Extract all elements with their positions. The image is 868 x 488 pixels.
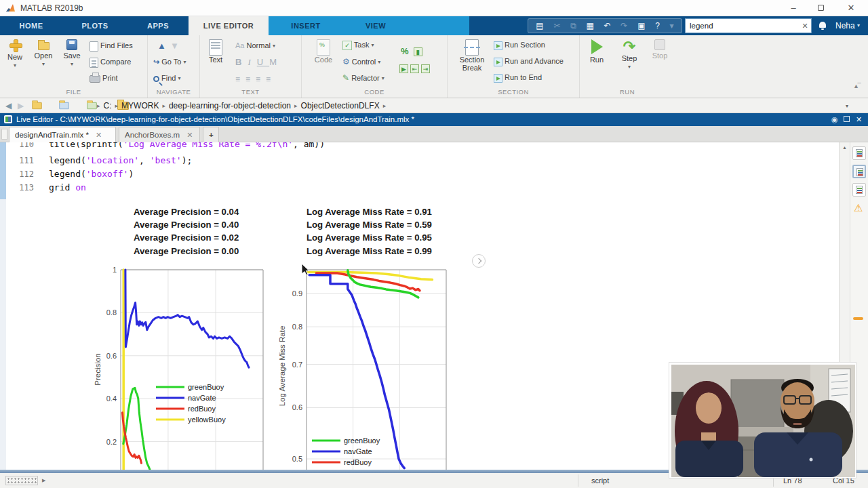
qat-paste-icon[interactable]: ▦ — [587, 19, 594, 33]
search-clear-icon[interactable]: ✕ — [799, 22, 811, 30]
grip-arrow-icon[interactable]: ▶ — [42, 478, 45, 483]
view-output-right-button[interactable] — [852, 165, 866, 178]
ribbon-tab-home[interactable]: HOME — [0, 16, 62, 35]
tab-close-icon[interactable]: ✕ — [96, 131, 102, 139]
statusbar-grip[interactable] — [5, 476, 38, 485]
doc-tab-label: designAndTrain.mlx * — [15, 131, 89, 139]
doc-tab-designandtrain[interactable]: designAndTrain.mlx *✕ — [9, 127, 116, 142]
up-arrow-icon[interactable]: ▲ — [157, 41, 166, 51]
compare-button[interactable]: Compare — [90, 58, 131, 68]
code-label: Code — [315, 56, 332, 64]
run-to-end-button[interactable]: Run to End — [494, 73, 542, 83]
indent-left-icon[interactable]: ⇤ — [410, 64, 419, 73]
section-strip-lower — [0, 199, 6, 470]
notifications-bell-icon[interactable] — [819, 22, 826, 28]
warning-indicator-icon[interactable]: ⚠ — [854, 202, 863, 214]
step-button[interactable]: ↷ Step▾ — [615, 39, 644, 70]
code-line-112[interactable]: 112legend('boxoff') — [0, 167, 610, 181]
wrap-comment-icon[interactable]: ▮ — [414, 47, 422, 56]
close-panel-icon[interactable]: ✕ — [856, 115, 862, 124]
code-line-111[interactable]: 111legend('Location', 'best'); — [0, 154, 610, 167]
style-dropdown[interactable]: Normal — [247, 41, 271, 49]
code-button[interactable]: Code — [310, 39, 337, 64]
line-number: 110 — [0, 142, 49, 151]
addressbar-dropdown-icon[interactable]: ▾ — [846, 103, 848, 109]
print-button[interactable]: Print — [90, 74, 118, 83]
code-block[interactable]: 110title(sprintf('Log Average Miss Rate … — [0, 142, 610, 199]
ribbon-tab-insert[interactable]: INSERT — [269, 16, 343, 35]
close-button[interactable]: ✕ — [841, 1, 861, 15]
window-title: MATLAB R2019b — [20, 3, 83, 13]
maximize-button[interactable] — [810, 1, 831, 15]
ribbon-section-navigate: ▲ ▼ ↪ Go To ▾ Find ▾ NAVIGATE — [148, 35, 200, 98]
text-button[interactable]: Text — [203, 39, 229, 64]
back-icon[interactable]: ◀ — [5, 101, 12, 110]
figure-options-icon[interactable] — [472, 254, 486, 268]
tab-close-icon[interactable]: ✕ — [186, 131, 193, 139]
comment-percent-icon[interactable]: % — [401, 46, 409, 56]
run-section-button[interactable]: Run Section — [494, 41, 545, 50]
italic-button[interactable]: I — [248, 57, 256, 67]
indent-right-icon[interactable]: ⇥ — [421, 64, 430, 73]
breadcrumb: ▸C:▸MYWORK▸deep-learning-for-object-dete… — [94, 101, 389, 110]
y-tick-label: 1 — [113, 266, 117, 274]
browse-folder-icon[interactable] — [60, 102, 69, 109]
new-button[interactable]: New▾ — [1, 39, 28, 69]
qat-switch-window-icon[interactable]: ▣ — [637, 19, 645, 33]
doc-tab-anchorboxes[interactable]: AnchorBoxes.m✕ — [119, 127, 200, 142]
view-inline-button[interactable] — [852, 146, 866, 160]
find-button[interactable]: Find ▾ — [153, 74, 181, 82]
print-icon — [90, 75, 100, 83]
find-files-label: Find Files — [100, 41, 133, 49]
qat-help-icon[interactable]: ? — [655, 19, 660, 33]
output-precision: Average Precision = 0.04Average Precisio… — [134, 205, 239, 258]
code-line-110[interactable]: 110title(sprintf('Log Average Miss Rate … — [0, 142, 610, 151]
goto-button[interactable]: ↪ Go To ▾ — [153, 58, 186, 66]
search-input[interactable] — [686, 22, 799, 30]
minimize-button[interactable]: – — [783, 1, 804, 15]
save-button[interactable]: Save▾ — [58, 39, 85, 68]
qat-save-icon[interactable]: ▤ — [536, 19, 543, 33]
warning-scroll-marker[interactable] — [853, 317, 863, 320]
miss-rate-chart: 0.90.80.70.60.5Log Average Miss Rategree… — [275, 264, 471, 470]
bold-button[interactable]: B — [235, 57, 248, 67]
up-one-level-icon[interactable] — [32, 102, 41, 109]
qat-cut-icon: ✂ — [553, 19, 560, 33]
code-doc-icon — [317, 39, 330, 56]
breadcrumb-item[interactable]: deep-learning-for-object-detection — [169, 101, 291, 110]
view-hide-code-button[interactable] — [852, 183, 866, 197]
scroll-up-icon[interactable]: ▲ — [842, 145, 847, 150]
section-break-button[interactable]: Section Break — [456, 39, 488, 72]
y-tick-label: 0.8 — [106, 308, 117, 317]
ribbon-tab-live-editor[interactable]: LIVE EDITOR — [189, 16, 269, 35]
qat-more-icon[interactable]: ▾ — [670, 19, 674, 33]
open-button[interactable]: Open▾ — [30, 39, 57, 68]
refactor-button[interactable]: ✎ Refactor ▾ — [342, 73, 384, 83]
numbered-list-icon: ≡ — [245, 75, 256, 84]
code-text: , — [139, 155, 150, 165]
user-menu[interactable]: Neha ▾ — [835, 21, 860, 30]
monospace-button[interactable]: M — [269, 57, 283, 67]
find-files-button[interactable]: Find Files — [90, 41, 133, 52]
qat-undo-icon[interactable]: ↶ — [604, 19, 611, 33]
code-text: ); — [182, 155, 193, 165]
undock-icon[interactable] — [844, 116, 850, 122]
run-advance-button[interactable]: Run and Advance — [494, 57, 564, 66]
run-block-icon[interactable]: ▶ — [399, 64, 408, 73]
underline-button[interactable]: U — [257, 57, 269, 67]
new-document-tab[interactable]: + — [203, 127, 219, 142]
breadcrumb-item[interactable]: C: — [104, 101, 112, 110]
find-icon — [153, 76, 159, 82]
ribbon-tab-apps[interactable]: APPS — [127, 16, 189, 35]
text-section-label: TEXT — [200, 88, 301, 96]
ribbon-tab-plots[interactable]: PLOTS — [62, 16, 127, 35]
breadcrumb-item[interactable]: ObjectDetectionDLFX — [301, 101, 380, 110]
breadcrumb-item[interactable]: MYWORK — [121, 101, 159, 110]
panel-actions-icon[interactable]: ◉ — [831, 115, 838, 124]
task-button[interactable]: ✓ Task ▾ — [342, 41, 374, 50]
run-button[interactable]: Run — [583, 39, 611, 64]
collapse-ribbon-icon[interactable]: ▲̅ — [853, 83, 859, 89]
code-line-113[interactable]: 113grid on — [0, 181, 610, 195]
ribbon-tab-view[interactable]: VIEW — [343, 16, 408, 35]
control-button[interactable]: ⚙ Control ▾ — [342, 57, 380, 66]
